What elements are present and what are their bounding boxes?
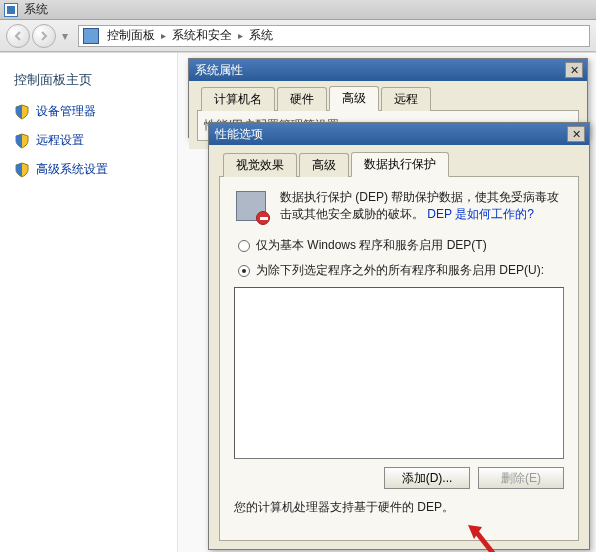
- radio-label: 仅为基本 Windows 程序和服务启用 DEP(T): [256, 237, 487, 254]
- dialog-title: 系统属性: [193, 62, 565, 79]
- address-bar: ▾ 控制面板 ▸ 系统和安全 ▸ 系统: [0, 20, 596, 52]
- system-icon: [4, 3, 18, 17]
- dialog-title: 性能选项: [213, 126, 567, 143]
- sidebar-item-device-manager[interactable]: 设备管理器: [14, 103, 163, 120]
- arrow-right-icon: [39, 31, 49, 41]
- chevron-right-icon: ▸: [236, 30, 245, 41]
- dep-exception-listbox[interactable]: [234, 287, 564, 459]
- remove-button[interactable]: 删除(E): [478, 467, 564, 489]
- shield-icon: [14, 133, 30, 149]
- main-window-titlebar: 系统: [0, 0, 596, 20]
- tab-strip: 视觉效果 高级 数据执行保护: [219, 155, 579, 177]
- arrow-left-icon: [13, 31, 23, 41]
- chip-blocked-icon: [234, 189, 270, 225]
- close-icon: ✕: [570, 64, 579, 77]
- tab-advanced[interactable]: 高级: [299, 153, 349, 177]
- tab-visual-effects[interactable]: 视觉效果: [223, 153, 297, 177]
- nav-history-dropdown[interactable]: ▾: [58, 25, 72, 47]
- tab-computer-name[interactable]: 计算机名: [201, 87, 275, 111]
- dialog-titlebar[interactable]: 系统属性 ✕: [189, 59, 587, 81]
- sidebar-title: 控制面板主页: [14, 71, 163, 89]
- close-button[interactable]: ✕: [565, 62, 583, 78]
- tab-remote[interactable]: 远程: [381, 87, 431, 111]
- add-button[interactable]: 添加(D)...: [384, 467, 470, 489]
- sidebar: 控制面板主页 设备管理器 远程设置 高级系统设置: [0, 53, 178, 552]
- dep-description: 数据执行保护 (DEP) 帮助保护数据，使其免受病毒攻击或其他安全威胁的破坏。 …: [280, 189, 564, 225]
- shield-icon: [14, 104, 30, 120]
- sidebar-item-label: 设备管理器: [36, 103, 96, 120]
- dialog-titlebar[interactable]: 性能选项 ✕: [209, 123, 589, 145]
- radio-label: 为除下列选定程序之外的所有程序和服务启用 DEP(U):: [256, 262, 544, 279]
- sidebar-item-label: 远程设置: [36, 132, 84, 149]
- dep-help-link[interactable]: DEP 是如何工作的?: [427, 207, 533, 221]
- button-row: 添加(D)... 删除(E): [234, 467, 564, 489]
- radio-icon: [238, 240, 250, 252]
- tab-dep[interactable]: 数据执行保护: [351, 152, 449, 177]
- radio-icon: [238, 265, 250, 277]
- close-button[interactable]: ✕: [567, 126, 585, 142]
- sidebar-item-label: 高级系统设置: [36, 161, 108, 178]
- arrow-annotation-icon: [464, 523, 504, 552]
- breadcrumb[interactable]: 控制面板 ▸ 系统和安全 ▸ 系统: [78, 25, 590, 47]
- tab-hardware[interactable]: 硬件: [277, 87, 327, 111]
- performance-options-dialog: 性能选项 ✕ 视觉效果 高级 数据执行保护 数据执行保护 (DEP) 帮助保护数…: [208, 122, 590, 550]
- radio-essential-only[interactable]: 仅为基本 Windows 程序和服务启用 DEP(T): [238, 237, 564, 254]
- sidebar-item-remote-settings[interactable]: 远程设置: [14, 132, 163, 149]
- dep-panel: 数据执行保护 (DEP) 帮助保护数据，使其免受病毒攻击或其他安全威胁的破坏。 …: [219, 177, 579, 541]
- nav-forward-button[interactable]: [32, 24, 56, 48]
- breadcrumb-leaf[interactable]: 系统: [247, 27, 275, 44]
- close-icon: ✕: [572, 128, 581, 141]
- tab-advanced[interactable]: 高级: [329, 86, 379, 111]
- window-title: 系统: [24, 1, 48, 18]
- chevron-right-icon: ▸: [159, 30, 168, 41]
- dep-description-row: 数据执行保护 (DEP) 帮助保护数据，使其免受病毒攻击或其他安全威胁的破坏。 …: [234, 189, 564, 225]
- sidebar-item-advanced-system[interactable]: 高级系统设置: [14, 161, 163, 178]
- control-panel-icon: [83, 28, 99, 44]
- shield-icon: [14, 162, 30, 178]
- dep-footer-text: 您的计算机处理器支持基于硬件的 DEP。: [234, 499, 564, 516]
- breadcrumb-root[interactable]: 控制面板: [105, 27, 157, 44]
- dialog-body: 视觉效果 高级 数据执行保护 数据执行保护 (DEP) 帮助保护数据，使其免受病…: [209, 145, 589, 549]
- breadcrumb-mid[interactable]: 系统和安全: [170, 27, 234, 44]
- nav-back-button[interactable]: [6, 24, 30, 48]
- radio-all-except[interactable]: 为除下列选定程序之外的所有程序和服务启用 DEP(U):: [238, 262, 564, 279]
- tab-strip: 计算机名 硬件 高级 远程: [197, 89, 579, 111]
